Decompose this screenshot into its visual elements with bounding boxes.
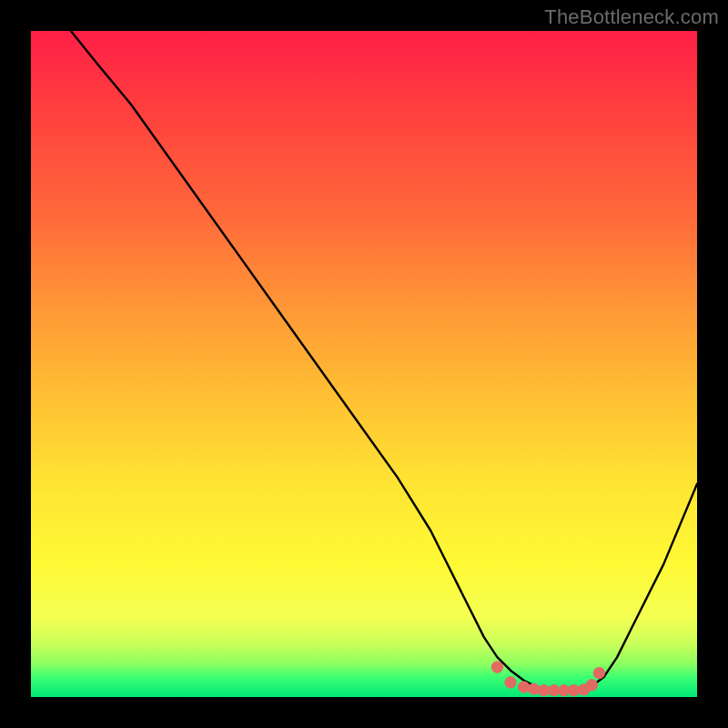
dot bbox=[593, 667, 604, 678]
bottleneck-curve-svg bbox=[31, 31, 697, 697]
bottleneck-curve-path bbox=[71, 31, 697, 691]
chart-frame: TheBottleneck.com bbox=[0, 0, 728, 728]
dot bbox=[568, 685, 579, 696]
dot bbox=[505, 677, 516, 688]
watermark-text: TheBottleneck.com bbox=[544, 5, 719, 29]
dot bbox=[586, 680, 597, 691]
bottom-dots-cluster bbox=[491, 662, 604, 696]
dot bbox=[519, 682, 530, 693]
plot-area bbox=[31, 31, 697, 697]
dot bbox=[529, 683, 540, 694]
dot bbox=[491, 662, 502, 672]
